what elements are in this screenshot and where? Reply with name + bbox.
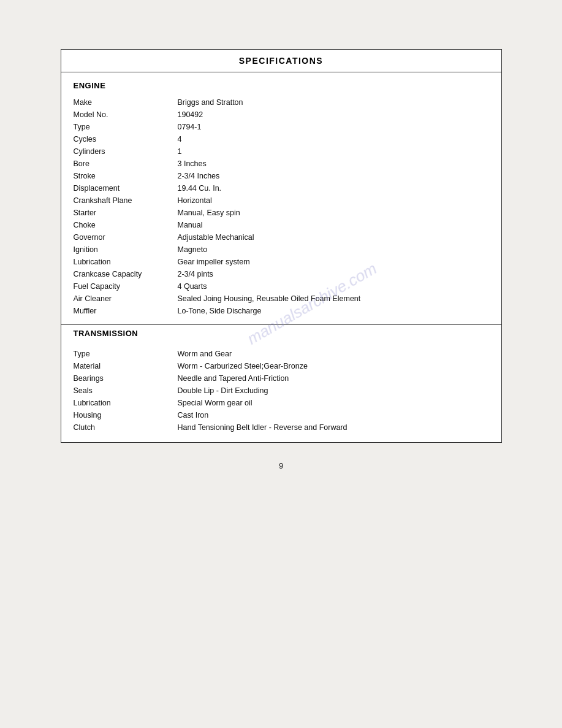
table-row: Housing Cast Iron [74, 409, 489, 421]
spec-label: Lubrication [74, 399, 178, 407]
table-title: SPECIFICATIONS [61, 50, 501, 72]
table-row: Model No. 190492 [74, 109, 489, 121]
spec-value: Magneto [178, 245, 489, 254]
table-row: Stroke 2-3/4 Inches [74, 170, 489, 182]
spec-value: Lo-Tone, Side Discharge [178, 307, 489, 315]
spec-label: Stroke [74, 172, 178, 180]
transmission-section-header: TRANSMISSION [74, 325, 142, 342]
spec-label: Cycles [74, 135, 178, 144]
table-row: Cylinders 1 [74, 145, 489, 158]
spec-label: Air Cleaner [74, 294, 178, 303]
table-row: Bore 3 Inches [74, 158, 489, 170]
spec-label: Bore [74, 159, 178, 168]
engine-section: ENGINE Make Briggs and Stratton Model No… [61, 72, 501, 320]
engine-section-header: ENGINE [74, 81, 489, 90]
table-row: Clutch Hand Tensioning Belt Idler - Reve… [74, 421, 489, 434]
spec-label: Starter [74, 209, 178, 217]
spec-value: 2-3/4 Inches [178, 172, 489, 180]
table-row: Crankcase Capacity 2-3/4 pints [74, 268, 489, 280]
spec-label: Type [74, 350, 178, 358]
spec-label: Type [74, 123, 178, 131]
spec-label: Governor [74, 233, 178, 242]
table-row: Muffler Lo-Tone, Side Discharge [74, 305, 489, 317]
spec-value: 1 [178, 147, 489, 156]
spec-label: Model No. [74, 110, 178, 119]
spec-value: Horizontal [178, 196, 489, 205]
spec-value: 2-3/4 pints [178, 270, 489, 278]
spec-value: Worm - Carburized Steel;Gear-Bronze [178, 362, 489, 370]
table-row: Choke Manual [74, 219, 489, 231]
table-row: Bearings Needle and Tapered Anti-Frictio… [74, 372, 489, 385]
transmission-section: Type Worm and Gear Material Worm - Carbu… [61, 342, 501, 442]
spec-value: Hand Tensioning Belt Idler - Reverse and… [178, 423, 489, 432]
spec-value: Adjustable Mechanical [178, 233, 489, 242]
table-row: Cycles 4 [74, 133, 489, 145]
spec-label: Muffler [74, 307, 178, 315]
spec-label: Crankcase Capacity [74, 270, 178, 278]
table-row: Lubrication Special Worm gear oil [74, 397, 489, 409]
table-row: Governor Adjustable Mechanical [74, 231, 489, 243]
spec-label: Seals [74, 386, 178, 395]
spec-value: Sealed Joing Housing, Reusable Oiled Foa… [178, 294, 489, 303]
table-row: Material Worm - Carburized Steel;Gear-Br… [74, 360, 489, 372]
spec-label: Choke [74, 221, 178, 229]
spec-label: Clutch [74, 423, 178, 432]
spec-value: Needle and Tapered Anti-Friction [178, 374, 489, 383]
spec-value: 19.44 Cu. In. [178, 184, 489, 193]
spec-value: Gear impeller system [178, 258, 489, 266]
table-row: Starter Manual, Easy spin [74, 207, 489, 219]
spec-label: Make [74, 98, 178, 107]
table-row: Lubrication Gear impeller system [74, 256, 489, 268]
spec-label: Crankshaft Plane [74, 196, 178, 205]
spec-value: 190492 [178, 110, 489, 119]
spec-label: Material [74, 362, 178, 370]
table-row: Seals Double Lip - Dirt Excluding [74, 385, 489, 397]
spec-label: Cylinders [74, 147, 178, 156]
specifications-table: SPECIFICATIONS ENGINE Make Briggs and St… [61, 49, 502, 443]
table-row: Make Briggs and Stratton [74, 96, 489, 109]
spec-value: Briggs and Stratton [178, 98, 489, 107]
table-row: Type 0794-1 [74, 121, 489, 133]
spec-label: Ignition [74, 245, 178, 254]
spec-value: Manual, Easy spin [178, 209, 489, 217]
table-row: Fuel Capacity 4 Quarts [74, 280, 489, 293]
table-row: Crankshaft Plane Horizontal [74, 194, 489, 207]
table-row: Displacement 19.44 Cu. In. [74, 182, 489, 194]
spec-label: Bearings [74, 374, 178, 383]
spec-label: Lubrication [74, 258, 178, 266]
table-row: Ignition Magneto [74, 243, 489, 256]
spec-value: Manual [178, 221, 489, 229]
spec-label: Housing [74, 411, 178, 420]
table-row: Air Cleaner Sealed Joing Housing, Reusab… [74, 293, 489, 305]
spec-label: Fuel Capacity [74, 282, 178, 291]
page-wrapper: SPECIFICATIONS ENGINE Make Briggs and St… [61, 49, 502, 470]
spec-value: Double Lip - Dirt Excluding [178, 386, 489, 395]
table-row: Type Worm and Gear [74, 348, 489, 360]
spec-label: Displacement [74, 184, 178, 193]
spec-value: Cast Iron [178, 411, 489, 420]
spec-value: Worm and Gear [178, 350, 489, 358]
spec-value: 0794-1 [178, 123, 489, 131]
transmission-divider: TRANSMISSION [61, 324, 501, 342]
page-number: 9 [279, 461, 283, 470]
spec-value: 4 Quarts [178, 282, 489, 291]
spec-value: 3 Inches [178, 159, 489, 168]
spec-value: 4 [178, 135, 489, 144]
spec-value: Special Worm gear oil [178, 399, 489, 407]
